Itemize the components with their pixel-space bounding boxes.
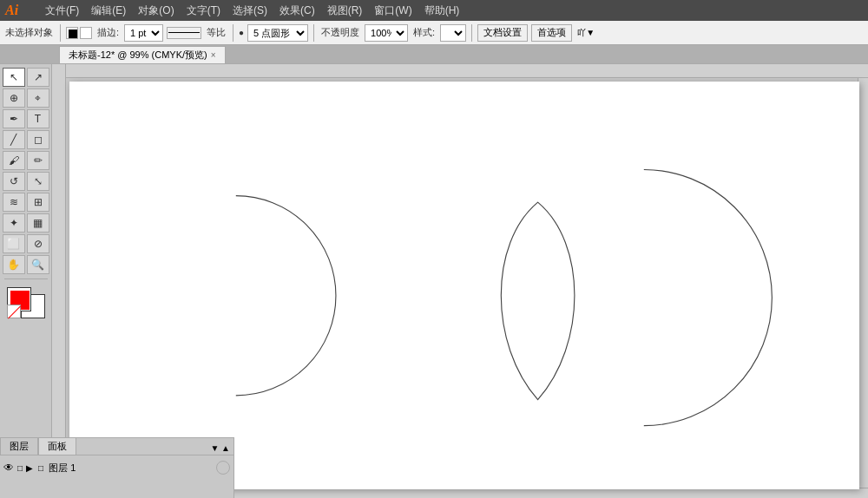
- slice-tool[interactable]: ⊘: [27, 234, 49, 253]
- none-icon: [8, 306, 21, 319]
- type-tool[interactable]: T: [27, 109, 49, 128]
- menu-window[interactable]: 窗口(W): [369, 2, 417, 20]
- scale-tool[interactable]: ⤡: [27, 172, 49, 191]
- selection-status: 未选择对象: [3, 26, 55, 39]
- line-tool[interactable]: ╱: [3, 130, 25, 149]
- tab-bar: 未标题-12* @ 99% (CMYK/预览) ×: [0, 45, 868, 64]
- tab-title: 未标题-12* @ 99% (CMYK/预览): [69, 49, 207, 62]
- vertical-ruler: [52, 64, 66, 498]
- app-logo: Ai: [5, 3, 33, 18]
- color-boxes[interactable]: [7, 287, 45, 318]
- tab-close-button[interactable]: ×: [211, 50, 216, 60]
- divider-1: [60, 24, 61, 42]
- pen-tool[interactable]: ✒: [3, 109, 25, 128]
- tool-divider: [4, 278, 48, 279]
- artboards-tab[interactable]: 面板: [38, 437, 76, 455]
- main-area: ↖ ↗ ⊕ ⌖ ✒ T ╱ ◻ 🖌 ✏ ↺ ⤡ ≋ ⊞ ✦ ▦: [0, 64, 868, 498]
- style-select[interactable]: [440, 24, 466, 42]
- layer-color-indicator: [216, 461, 230, 475]
- divider-3: [313, 24, 314, 42]
- stroke-label: 描边:: [95, 26, 121, 39]
- layer-row-1: 👁 □ ▶ □ 图层 1: [3, 457, 230, 478]
- opacity-label: 不透明度: [319, 26, 361, 39]
- panel-menu-icon[interactable]: ▼ ▲: [207, 442, 233, 455]
- panel-tabs: 图层 面板 ▼ ▲: [0, 438, 233, 455]
- divider-4: [471, 24, 472, 42]
- magic-wand-tool[interactable]: ⊕: [3, 88, 25, 108]
- hand-tool[interactable]: ✋: [3, 255, 25, 274]
- menu-edit[interactable]: 编辑(E): [86, 2, 131, 20]
- zoom-tool[interactable]: 🔍: [27, 255, 49, 274]
- point-select[interactable]: 5 点圆形: [247, 24, 308, 42]
- menu-effect[interactable]: 效果(C): [274, 2, 320, 20]
- none-color-box[interactable]: [7, 305, 21, 318]
- lasso-tool[interactable]: ⌖: [27, 88, 49, 108]
- menu-object[interactable]: 对象(O): [133, 2, 179, 20]
- canvas-paper: [69, 82, 859, 489]
- menu-select[interactable]: 选择(S): [227, 2, 273, 20]
- document-tab[interactable]: 未标题-12* @ 99% (CMYK/预览) ×: [59, 46, 226, 63]
- layers-tab[interactable]: 图层: [0, 437, 38, 455]
- divider-2: [233, 24, 233, 42]
- paintbrush-tool[interactable]: 🖌: [3, 151, 25, 170]
- preferences-button[interactable]: 首选项: [531, 24, 572, 42]
- doc-settings-button[interactable]: 文档设置: [477, 24, 528, 42]
- menu-bar: 文件(F) 编辑(E) 对象(O) 文字(T) 选择(S) 效果(C) 视图(R…: [40, 2, 464, 20]
- pencil-tool[interactable]: ✏: [27, 151, 49, 170]
- stroke-preview: [167, 27, 201, 39]
- layer-expand-icon[interactable]: ▶: [26, 463, 33, 473]
- symbol-tool[interactable]: ✦: [3, 213, 25, 233]
- free-transform-tool[interactable]: ⊞: [27, 193, 49, 212]
- menu-file[interactable]: 文件(F): [40, 2, 84, 20]
- selection-tool[interactable]: ↖: [3, 68, 25, 87]
- stroke-eq-label: 等比: [205, 26, 227, 39]
- layers-panel: 图层 面板 ▼ ▲ 👁 □ ▶ □ 图层 1: [0, 437, 234, 498]
- horizontal-ruler: [52, 64, 868, 78]
- opacity-select[interactable]: 100%: [365, 24, 408, 42]
- menu-help[interactable]: 帮助(H): [419, 2, 465, 20]
- canvas-svg: [69, 82, 859, 489]
- layer-name[interactable]: 图层 1: [49, 462, 213, 475]
- layer-visibility-icon[interactable]: 👁: [3, 462, 14, 474]
- column-graph-tool[interactable]: ▦: [27, 213, 49, 233]
- menu-text[interactable]: 文字(T): [181, 2, 226, 20]
- direct-selection-tool[interactable]: ↗: [27, 68, 49, 87]
- style-label: 样式:: [411, 26, 437, 39]
- layer-lock-icon[interactable]: □: [17, 463, 23, 473]
- canvas-area[interactable]: [52, 64, 868, 498]
- left-toolbar: ↖ ↗ ⊕ ⌖ ✒ T ╱ ◻ 🖌 ✏ ↺ ⤡ ≋ ⊞ ✦ ▦: [0, 64, 52, 498]
- layer-sublayer-icon: □: [38, 463, 43, 473]
- rotate-tool[interactable]: ↺: [3, 172, 25, 191]
- warp-tool[interactable]: ≋: [3, 193, 25, 212]
- menu-view[interactable]: 视图(R): [322, 2, 368, 20]
- shape-tool[interactable]: ◻: [27, 130, 49, 149]
- artboard-tool[interactable]: ⬜: [3, 234, 25, 253]
- toolbar: 未选择对象 描边: 1 pt 等比 ● 5 点圆形 不透明度 100% 样式: …: [0, 21, 868, 45]
- stroke-weight-select[interactable]: 1 pt: [124, 24, 163, 42]
- layer-list: 👁 □ ▶ □ 图层 1: [0, 455, 233, 480]
